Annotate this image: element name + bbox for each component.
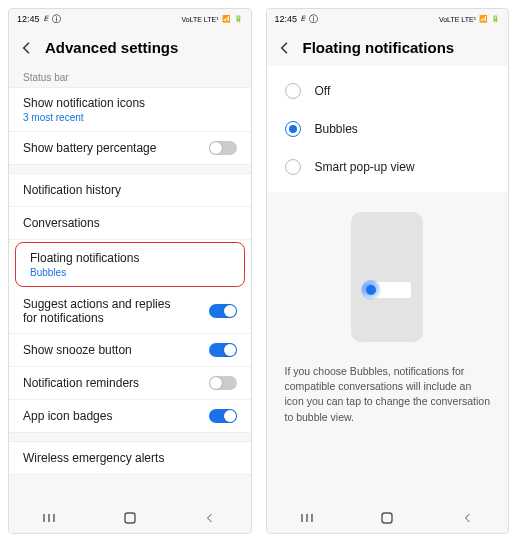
app-bar: Floating notifications [267,29,509,66]
status-mode: 𝘌 [301,14,305,24]
description-text: If you choose Bubbles, notifications for… [267,352,509,437]
battery-icon: 🔋 [491,15,500,23]
svg-rect-3 [125,513,135,523]
right-phone: 12:45 𝘌 ⓘ VoLTE LTE¹ 📶 🔋 Floating notifi… [266,8,510,534]
reminders-label: Notification reminders [23,376,139,390]
status-mode: 𝘌 [44,14,48,24]
show-icons-label: Show notification icons [23,96,145,110]
home-button[interactable] [121,511,139,525]
row-snooze[interactable]: Show snooze button [9,334,251,367]
group-statusbar: Show notification icons 3 most recent Sh… [9,87,251,165]
radio-off-label: Off [315,84,331,98]
row-show-icons[interactable]: Show notification icons 3 most recent [9,88,251,132]
conversations-label: Conversations [23,216,100,230]
section-status-bar: Status bar [9,66,251,87]
radio-smart-label: Smart pop-up view [315,160,415,174]
radio-icon [285,159,301,175]
svg-rect-7 [382,513,392,523]
row-emergency[interactable]: Wireless emergency alerts [9,442,251,474]
back-button[interactable] [459,511,477,525]
snooze-label: Show snooze button [23,343,132,357]
signal-icon: 📶 [479,15,488,23]
radio-bubbles[interactable]: Bubbles [267,110,509,148]
show-icons-sub: 3 most recent [23,112,145,123]
page-title: Floating notifications [303,39,455,56]
back-icon[interactable] [19,40,35,56]
row-reminders[interactable]: Notification reminders [9,367,251,400]
row-battery[interactable]: Show battery percentage [9,132,251,164]
preview-phone-icon [351,212,423,342]
status-net-icon: ⓘ [52,13,61,26]
app-bar: Advanced settings [9,29,251,66]
status-volte: VoLTE LTE¹ [439,16,476,23]
snooze-toggle[interactable] [209,343,237,357]
group-emergency: Wireless emergency alerts [9,441,251,475]
nav-bar [267,503,509,533]
back-icon[interactable] [277,40,293,56]
emergency-label: Wireless emergency alerts [23,451,164,465]
battery-toggle[interactable] [209,141,237,155]
floating-label: Floating notifications [30,251,139,265]
group-notifications: Notification history Conversations Float… [9,173,251,433]
floating-sub: Bubbles [30,267,139,278]
battery-label: Show battery percentage [23,141,156,155]
nav-bar [9,503,251,533]
page-title: Advanced settings [45,39,178,56]
left-phone: 12:45 𝘌 ⓘ VoLTE LTE¹ 📶 🔋 Advanced settin… [8,8,252,534]
preview-area [267,192,509,352]
radio-icon [285,83,301,99]
status-bar: 12:45 𝘌 ⓘ VoLTE LTE¹ 📶 🔋 [267,9,509,29]
back-button[interactable] [201,511,219,525]
badges-toggle[interactable] [209,409,237,423]
history-label: Notification history [23,183,121,197]
radio-bubbles-label: Bubbles [315,122,358,136]
row-conversations[interactable]: Conversations [9,207,251,240]
suggest-toggle[interactable] [209,304,237,318]
recents-button[interactable] [40,511,58,525]
row-floating[interactable]: Floating notifications Bubbles [15,242,245,287]
radio-smart[interactable]: Smart pop-up view [267,148,509,186]
home-button[interactable] [378,511,396,525]
status-time: 12:45 [17,14,40,24]
row-suggest[interactable]: Suggest actions and replies for notifica… [9,289,251,334]
status-net-icon: ⓘ [309,13,318,26]
status-volte: VoLTE LTE¹ [181,16,218,23]
status-bar: 12:45 𝘌 ⓘ VoLTE LTE¹ 📶 🔋 [9,9,251,29]
battery-icon: 🔋 [234,15,243,23]
recents-button[interactable] [298,511,316,525]
radio-icon [285,121,301,137]
reminders-toggle[interactable] [209,376,237,390]
badges-label: App icon badges [23,409,112,423]
row-badges[interactable]: App icon badges [9,400,251,432]
suggest-label: Suggest actions and replies for notifica… [23,297,173,325]
signal-icon: 📶 [222,15,231,23]
status-time: 12:45 [275,14,298,24]
row-history[interactable]: Notification history [9,174,251,207]
radio-off[interactable]: Off [267,72,509,110]
